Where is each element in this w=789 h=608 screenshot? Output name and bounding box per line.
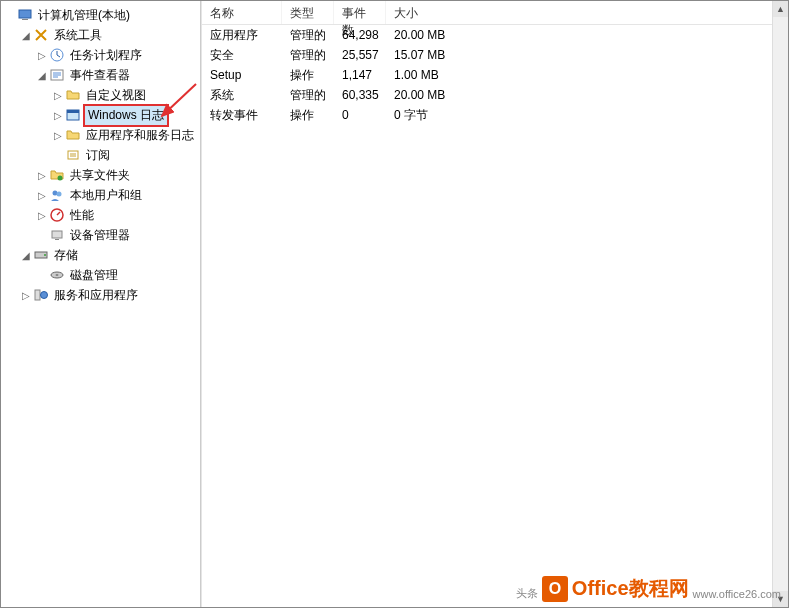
disk-icon [49,267,65,283]
tree-label: 自定义视图 [83,86,149,105]
tree-item-root[interactable]: ▶ 计算机管理(本地) [3,5,198,25]
tree-label: 计算机管理(本地) [35,6,133,25]
cell-name: 转发事件 [202,105,282,126]
expand-icon[interactable]: ▷ [35,48,49,62]
tree-item-subscriptions[interactable]: ▷ 订阅 [3,145,198,165]
svg-rect-0 [19,10,31,18]
column-header-size[interactable]: 大小 [386,1,788,24]
cell-type: 管理的 [282,45,334,66]
tree-item-device-manager[interactable]: ▷ 设备管理器 [3,225,198,245]
tree-label: 订阅 [83,146,113,165]
cell-count: 25,557 [334,46,386,64]
tree-label: 性能 [67,206,97,225]
navigation-tree-panel: ▶ 计算机管理(本地) ◢ 系统工具 ▷ 任务计划程序 ◢ 事件查看器 ▷ [1,1,201,607]
tree-item-performance[interactable]: ▷ 性能 [3,205,198,225]
services-icon [33,287,49,303]
tree-label: 本地用户和组 [67,186,145,205]
navigation-tree: ▶ 计算机管理(本地) ◢ 系统工具 ▷ 任务计划程序 ◢ 事件查看器 ▷ [3,5,198,305]
tree-item-local-users[interactable]: ▷ 本地用户和组 [3,185,198,205]
svg-rect-1 [22,19,28,20]
cell-size: 15.07 MB [386,46,788,64]
computer-icon [17,7,33,23]
svg-rect-6 [68,151,78,159]
scroll-down-button[interactable]: ▼ [773,591,788,607]
clock-icon [49,47,65,63]
details-panel: 名称 类型 事件数 大小 应用程序管理的64,29820.00 MB安全管理的2… [201,1,788,607]
cell-name: 应用程序 [202,25,282,46]
svg-rect-11 [52,231,62,238]
scroll-up-button[interactable]: ▲ [773,1,788,17]
tree-item-system-tools[interactable]: ◢ 系统工具 [3,25,198,45]
svg-point-9 [57,192,62,197]
tree-item-event-viewer[interactable]: ◢ 事件查看器 [3,65,198,85]
cell-size: 0 字节 [386,105,788,126]
cell-name: 系统 [202,85,282,106]
tree-label: 系统工具 [51,26,105,45]
tree-label: 服务和应用程序 [51,286,141,305]
table-row[interactable]: 应用程序管理的64,29820.00 MB [202,25,788,45]
tree-item-disk-management[interactable]: ▷ 磁盘管理 [3,265,198,285]
expand-icon[interactable]: ▷ [51,108,65,122]
expand-icon[interactable]: ▷ [35,168,49,182]
subscription-icon [65,147,81,163]
cell-name: Setup [202,66,282,84]
tree-label: 应用程序和服务日志 [83,126,197,145]
svg-point-14 [44,254,46,256]
tree-item-custom-views[interactable]: ▷ 自定义视图 [3,85,198,105]
windows-logs-icon [65,107,81,123]
collapse-icon[interactable]: ◢ [19,248,33,262]
event-viewer-icon [49,67,65,83]
cell-size: 20.00 MB [386,86,788,104]
device-manager-icon [49,227,65,243]
table-row[interactable]: 系统管理的60,33520.00 MB [202,85,788,105]
expand-icon[interactable]: ▷ [35,188,49,202]
tree-item-task-scheduler[interactable]: ▷ 任务计划程序 [3,45,198,65]
expand-icon[interactable]: ▷ [35,208,49,222]
table-row[interactable]: Setup操作1,1471.00 MB [202,65,788,85]
column-header-name[interactable]: 名称 [202,1,282,24]
tree-item-shared-folders[interactable]: ▷ 共享文件夹 [3,165,198,185]
expand-icon: ▷ [35,228,49,242]
collapse-icon[interactable]: ◢ [19,28,33,42]
table-row[interactable]: 转发事件操作00 字节 [202,105,788,125]
tree-item-services-apps[interactable]: ▷ 服务和应用程序 [3,285,198,305]
performance-icon [49,207,65,223]
column-header-count[interactable]: 事件数 [334,1,386,24]
tree-label: 存储 [51,246,81,265]
expand-icon: ▷ [35,268,49,282]
tree-item-windows-logs[interactable]: ▷ Windows 日志 [3,105,198,125]
cell-type: 管理的 [282,25,334,46]
cell-type: 管理的 [282,85,334,106]
svg-point-18 [41,292,48,299]
vertical-scrollbar[interactable]: ▲ ▼ [772,1,788,607]
cell-count: 60,335 [334,86,386,104]
column-header-type[interactable]: 类型 [282,1,334,24]
tree-label: 共享文件夹 [67,166,133,185]
svg-rect-12 [55,239,59,240]
expand-icon[interactable]: ▷ [19,288,33,302]
column-headers: 名称 类型 事件数 大小 [202,1,788,25]
shared-folder-icon [49,167,65,183]
svg-point-16 [56,274,59,276]
cell-type: 操作 [282,65,334,86]
expand-icon: ▶ [3,8,17,22]
tree-label: 磁盘管理 [67,266,121,285]
tools-icon [33,27,49,43]
expand-icon: ▷ [51,148,65,162]
tree-item-app-service-logs[interactable]: ▷ 应用程序和服务日志 [3,125,198,145]
expand-icon[interactable]: ▷ [51,128,65,142]
tree-label-selected: Windows 日志 [83,104,169,127]
cell-type: 操作 [282,105,334,126]
collapse-icon[interactable]: ◢ [35,68,49,82]
scroll-track[interactable] [773,17,788,591]
storage-icon [33,247,49,263]
tree-item-storage[interactable]: ◢ 存储 [3,245,198,265]
tree-label: 任务计划程序 [67,46,145,65]
cell-count: 0 [334,106,386,124]
cell-name: 安全 [202,45,282,66]
folder-icon [65,87,81,103]
table-row[interactable]: 安全管理的25,55715.07 MB [202,45,788,65]
expand-icon[interactable]: ▷ [51,88,65,102]
cell-size: 20.00 MB [386,26,788,44]
cell-count: 1,147 [334,66,386,84]
